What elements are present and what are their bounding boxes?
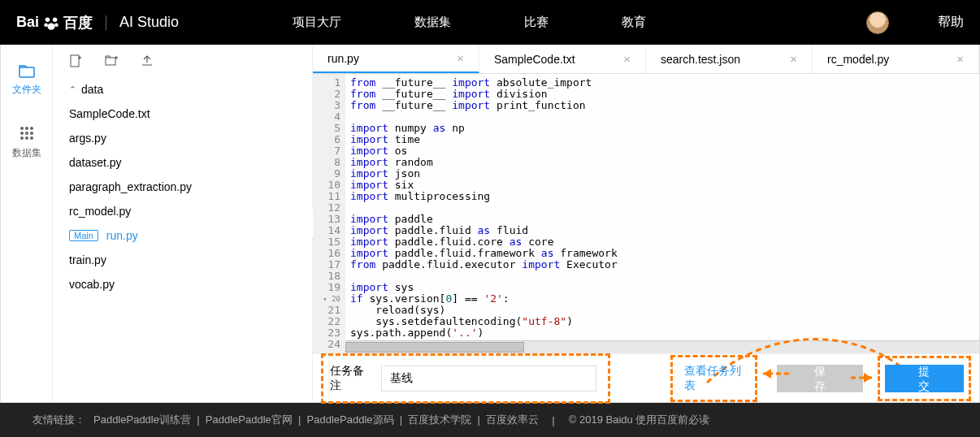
file-rc_model-py[interactable]: rc_model.py: [61, 199, 304, 223]
upload-icon[interactable]: [141, 54, 154, 67]
line-number: 8: [313, 157, 340, 168]
line-number: ▾ 20: [313, 293, 340, 305]
svg-point-10: [25, 132, 28, 135]
tab-run-py[interactable]: run.py×: [313, 45, 479, 73]
tree-folder-data[interactable]: ⌃ data: [61, 77, 304, 102]
rail-files[interactable]: 文件夹: [12, 65, 41, 97]
line-number: 17: [313, 259, 340, 270]
file-label: paragraph_extraction.py: [69, 180, 192, 193]
code-line: import os: [350, 145, 974, 157]
code-content[interactable]: from __future__ import absolute_importfr…: [345, 74, 979, 353]
remark-input[interactable]: [381, 366, 596, 392]
save-button[interactable]: 保 存: [777, 365, 862, 392]
file-run-py[interactable]: Mainrun.py: [61, 223, 304, 248]
footer: 友情链接： PaddlePaddle训练营 | PaddlePaddle官网 |…: [0, 403, 980, 437]
submit-button[interactable]: 提 交: [885, 365, 964, 392]
svg-point-1: [53, 17, 58, 21]
view-task-list-link[interactable]: 查看任务列表: [684, 364, 741, 392]
footer-link[interactable]: 百度技术学院: [408, 413, 471, 426]
baidu-logo[interactable]: Bai 百度: [16, 13, 93, 32]
studio-text: AI Studio: [119, 14, 179, 31]
tab-label: SampleCode.txt: [494, 53, 575, 66]
rail-datasets[interactable]: 数据集: [12, 125, 41, 160]
file-paragraph_extraction-py[interactable]: paragraph_extraction.py: [61, 175, 304, 199]
remark-region: 任务备注: [321, 353, 610, 404]
rail-files-label: 文件夹: [12, 83, 41, 97]
baidu-text-bai: Bai: [16, 14, 39, 31]
chevron-down-icon: ⌃: [69, 84, 76, 95]
file-tree: ⌃ data SampleCode.txtargs.pydataset.pypa…: [61, 77, 304, 296]
folder-label: data: [81, 83, 103, 96]
file-args-py[interactable]: args.py: [61, 126, 304, 150]
task-list-region: 查看任务列表: [670, 355, 757, 402]
line-number: 21: [313, 305, 340, 316]
horizontal-scrollbar[interactable]: [345, 340, 979, 353]
nav-help[interactable]: 帮助: [938, 14, 964, 31]
file-label: dataset.py: [69, 156, 122, 169]
file-dataset-py[interactable]: dataset.py: [61, 150, 304, 175]
close-icon[interactable]: ×: [623, 52, 631, 66]
line-number: 10: [313, 180, 340, 191]
folder-icon: [19, 65, 35, 78]
nav-right: 帮助: [866, 11, 964, 34]
tab-label: rc_model.py: [827, 53, 889, 66]
tab-label: search.test.json: [661, 53, 740, 66]
line-number: 3: [313, 100, 340, 111]
file-label: train.py: [69, 253, 106, 266]
code-wrap: 12345678910111213141516171819▾ 202122232…: [313, 74, 979, 353]
line-number: 9: [313, 168, 340, 180]
submit-region: 提 交: [878, 356, 971, 401]
code-line: import time: [350, 134, 974, 145]
code-line: sys.path.append('..'): [350, 327, 974, 339]
file-train-py[interactable]: train.py: [61, 248, 304, 272]
logo-area: Bai 百度 AI Studio: [16, 13, 179, 32]
code-line: import numpy as np: [350, 123, 974, 134]
line-number: 1: [313, 77, 340, 89]
close-icon[interactable]: ×: [457, 51, 464, 65]
svg-point-3: [54, 23, 59, 27]
nav-projects[interactable]: 项目大厅: [293, 15, 341, 30]
footer-link[interactable]: PaddlePaddle训练营: [93, 413, 191, 426]
nav-competitions[interactable]: 比赛: [524, 15, 549, 30]
tab-SampleCode-txt[interactable]: SampleCode.txt×: [479, 45, 646, 73]
code-line: import paddle.fluid as fluid: [350, 225, 974, 236]
new-folder-icon[interactable]: [105, 54, 118, 67]
line-number: 18: [313, 270, 340, 282]
code-line: from __future__ import absolute_import: [350, 77, 974, 89]
svg-rect-18: [106, 58, 115, 65]
file-label: SampleCode.txt: [69, 107, 150, 120]
scrollbar-thumb[interactable]: [345, 342, 524, 353]
code-line: from __future__ import division: [350, 89, 974, 100]
bottom-bar: 任务备注 查看任务列表 保 存 提 交: [313, 353, 979, 402]
svg-rect-15: [71, 55, 79, 67]
footer-link[interactable]: PaddlePaddle官网: [206, 413, 293, 426]
new-file-icon[interactable]: [69, 54, 82, 67]
nav-datasets[interactable]: 数据集: [414, 15, 451, 30]
svg-point-0: [46, 17, 50, 21]
footer-links: PaddlePaddle训练营 | PaddlePaddle官网 | Paddl…: [93, 413, 539, 427]
line-number: 11: [313, 191, 340, 202]
code-line: sys.setdefaultencoding("utf-8"): [350, 316, 974, 327]
code-line: import json: [350, 168, 974, 180]
avatar[interactable]: [866, 11, 889, 34]
file-vocab-py[interactable]: vocab.py: [61, 272, 304, 296]
close-icon[interactable]: ×: [956, 52, 964, 66]
close-icon[interactable]: ×: [790, 52, 797, 66]
svg-point-2: [44, 23, 48, 27]
line-number: 22: [313, 316, 340, 327]
code-line: if sys.version[0] == '2':: [350, 293, 974, 305]
file-SampleCode-txt[interactable]: SampleCode.txt: [61, 102, 304, 126]
code-line: import six: [350, 180, 974, 191]
footer-link[interactable]: 百度效率云: [486, 413, 539, 426]
line-number: 15: [313, 236, 340, 248]
tab-rc_model-py[interactable]: rc_model.py×: [813, 45, 979, 73]
editor-tabs: run.py×SampleCode.txt×search.test.json×r…: [313, 45, 979, 74]
code-line: from __future__ import print_function: [350, 100, 974, 111]
line-number: 23: [313, 327, 340, 339]
tab-search-test-json[interactable]: search.test.json×: [646, 45, 813, 73]
svg-point-4: [47, 23, 54, 29]
svg-point-11: [30, 132, 33, 135]
svg-point-8: [30, 127, 33, 130]
footer-link[interactable]: PaddlePaddle源码: [307, 413, 394, 426]
nav-education[interactable]: 教育: [622, 15, 646, 30]
